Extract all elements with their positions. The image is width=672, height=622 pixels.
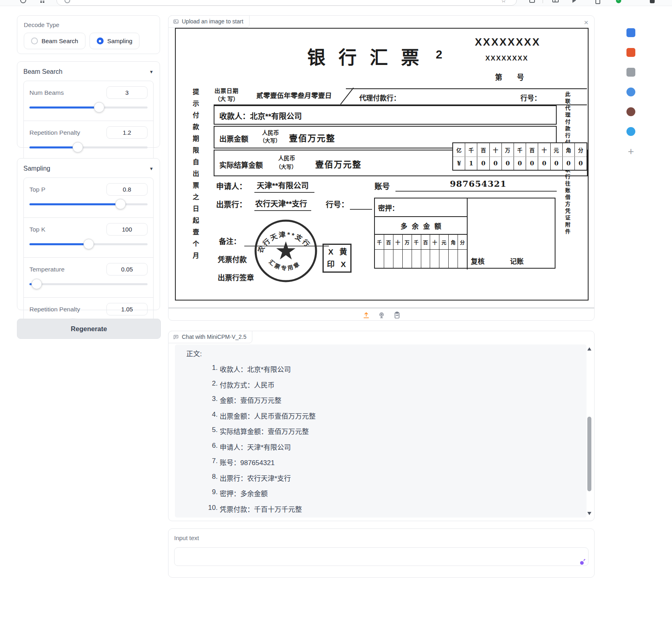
webcam-icon[interactable] (377, 311, 386, 319)
param-row: Top K 100 (24, 218, 153, 258)
toolbar-divider (543, 0, 543, 3)
chevron-down-icon: ▼ (149, 69, 154, 74)
bookmark-icon[interactable] (626, 107, 635, 116)
draft-date-value: 贰零壹伍年零叁月零壹日 (256, 90, 332, 100)
draft-settle-words: 壹佰万元整 (315, 158, 362, 170)
bookmark-star-icon[interactable]: ☆ (501, 0, 506, 4)
draft-applicant: 天津**有限公司 (254, 180, 314, 193)
param-slider[interactable] (29, 142, 148, 152)
radio-icon (31, 38, 38, 44)
chat-bubble-icon (173, 334, 179, 340)
image-panel-tab: Upload an image to start (168, 15, 250, 28)
input-panel: Input text (168, 528, 595, 578)
param-slider[interactable] (29, 239, 148, 249)
play-icon[interactable] (572, 0, 576, 3)
secret-code-box: 密押： 多余金额 千百十万千百十元角分 复核 记账 (374, 198, 555, 269)
draft-drawer-bank: 农行天津**支行 (254, 198, 311, 211)
chat-list-item: 2. 付款方式：人民币 (206, 380, 587, 390)
scroll-down-arrow-icon[interactable] (587, 512, 591, 515)
param-value-input[interactable]: 1.05 (106, 303, 148, 315)
sampling-accordion-header[interactable]: Sampling ▼ (23, 163, 154, 174)
apps-grid-icon[interactable] (40, 0, 42, 0)
chat-panel-tab: Chat with MiniCPM-V_2.5 (168, 331, 252, 343)
extension-icon[interactable] (529, 0, 535, 3)
beam-search-accordion: Beam Search ▼ Num Beams 3 Repetition P (17, 61, 160, 148)
scrollbar-thumb[interactable] (587, 417, 591, 491)
paste-image-icon[interactable] (392, 311, 401, 319)
decode-option-radio[interactable]: Sampling (89, 33, 140, 49)
bookmark-glyph: + (628, 145, 634, 158)
draft-left-vertical-text: 提示付款期限自出票之日起壹个月 (190, 88, 200, 269)
draft-account-number: 987654321 (450, 179, 507, 189)
chat-list-item: 4. 出票金额：人民币壹佰万万元整 (206, 411, 587, 421)
bookmark-icon[interactable] (626, 68, 635, 77)
param-value-input[interactable]: 1.2 (106, 126, 148, 139)
bookmark-icon[interactable] (626, 28, 635, 37)
chat-message-area[interactable]: 正文: 1. 收款人：北京*有限公司 2. 付款方式：人民币 3. 金额：壹佰万… (175, 344, 587, 518)
image-toolbar-divider (169, 308, 594, 308)
sampling-accordion: Sampling ▼ Top P 0.8 Top K (17, 158, 160, 310)
bookmark-rail: + (624, 28, 640, 167)
input-text-field[interactable] (174, 547, 589, 566)
draft-amount-grid: 亿千百十万千百十元角分 ¥1000000000 (452, 142, 587, 171)
param-value-input[interactable]: 100 (106, 223, 148, 236)
param-row: Top P 0.8 (24, 178, 153, 218)
param-slider[interactable] (29, 279, 148, 289)
chat-list-item: 1. 收款人：北京*有限公司 (206, 364, 587, 374)
close-icon[interactable]: × (582, 18, 591, 27)
chat-scrollbar[interactable] (587, 347, 592, 515)
slider-handle[interactable] (115, 199, 126, 209)
slider-handle[interactable] (83, 239, 94, 249)
upload-icon[interactable] (362, 311, 370, 319)
chat-panel: Chat with MiniCPM-V_2.5 正文: 1. 收款人：北京*有限… (168, 331, 595, 521)
chat-list-item: 7. 账号：987654321 (206, 457, 587, 467)
param-value-input[interactable]: 3 (106, 86, 148, 99)
draft-right-vertical-text: 此联代理付款行付款后作联行往账借方凭证附件 (564, 92, 571, 274)
input-activity-icon (580, 561, 584, 565)
scroll-up-arrow-icon[interactable] (587, 347, 591, 351)
draft-payee: 收款人：北京**有限公司 (219, 110, 302, 121)
browser-menu-icon[interactable] (650, 0, 655, 3)
split-screen-icon[interactable] (552, 0, 559, 2)
chat-list-item: 6. 申请人：天津*有限公司 (206, 442, 587, 452)
yellow-name-seal: X黄印X (322, 244, 352, 273)
bookmark-icon[interactable] (626, 48, 635, 57)
param-row: Temperature 0.05 (24, 258, 153, 298)
draft-serial: XXXXXXXX (475, 36, 541, 48)
input-text-label: Input text (174, 534, 199, 541)
history-icon[interactable] (20, 0, 26, 3)
beam-search-accordion-header[interactable]: Beam Search ▼ (23, 67, 154, 77)
chat-list-item: 5. 实际结算金额：壹佰万万元整 (206, 426, 587, 436)
bank-round-stamp: 农行天津**支行 汇票专用章 ★ (253, 218, 318, 284)
bookmark-icon[interactable] (626, 88, 635, 96)
bookmark-icon[interactable]: + (626, 147, 635, 156)
slider-handle[interactable] (73, 142, 83, 152)
image-icon (173, 19, 179, 25)
chat-heading: 正文: (186, 348, 587, 358)
chevron-down-icon: ▼ (149, 166, 154, 171)
param-slider[interactable] (29, 102, 148, 113)
param-slider[interactable] (29, 199, 148, 209)
param-value-input[interactable]: 0.8 (106, 183, 148, 196)
slider-handle[interactable] (94, 102, 104, 113)
decode-option-radio[interactable]: Beam Search (24, 33, 85, 49)
address-bar[interactable] (56, 0, 517, 6)
bookmark-icon[interactable] (626, 127, 635, 136)
uploaded-image[interactable]: 银 行 汇 票 2 XXXXXXXX XXXXXXXX 第 号 提示付款期限自出… (175, 28, 589, 301)
chat-list-item: 9. 密押：多余金额 (206, 488, 587, 498)
regenerate-button[interactable]: Regenerate (17, 319, 161, 339)
slider-handle[interactable] (31, 279, 42, 289)
param-value-input[interactable]: 0.05 (106, 263, 148, 276)
decode-type-card: Decode Type Beam Search Sampling (17, 15, 160, 54)
chat-list-item: 8. 出票行：农行天津*支行 (206, 473, 587, 483)
decode-type-options: Beam Search Sampling (24, 33, 153, 49)
image-toolbar (169, 311, 594, 319)
device-icon[interactable] (595, 0, 600, 4)
draft-amount-words: 壹佰万元整 (289, 131, 335, 144)
image-panel: Upload an image to start × 银 行 汇 票 2 XXX… (168, 15, 595, 321)
radio-icon (97, 38, 104, 44)
adblock-shield-icon[interactable] (616, 0, 621, 3)
param-row: Repetition Penalty 1.2 (24, 121, 153, 161)
param-row: Num Beams 3 (24, 81, 153, 121)
draft-title: 银 行 汇 票 (277, 43, 454, 69)
